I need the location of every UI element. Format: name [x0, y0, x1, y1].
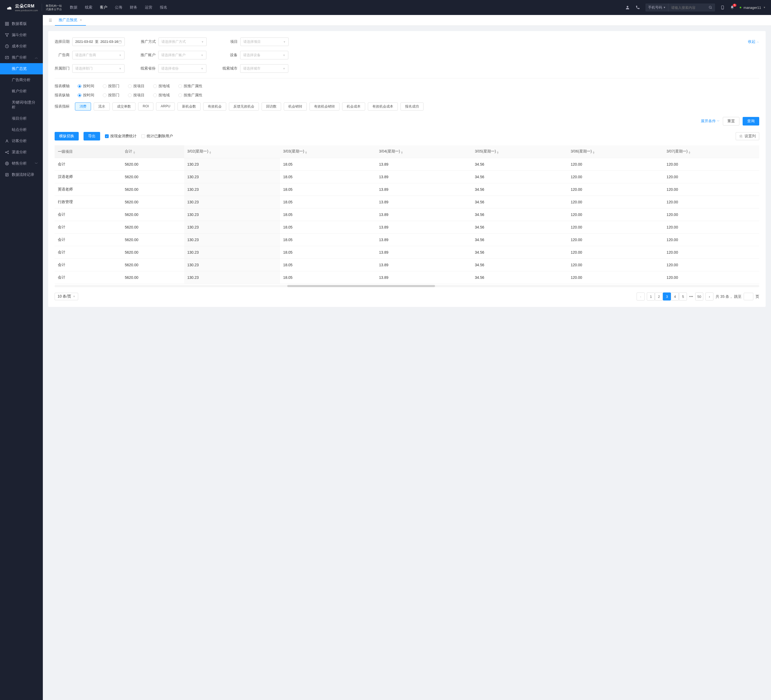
nav-客户[interactable]: 客户 [100, 5, 107, 10]
project-select[interactable]: 请选择项目▼ [241, 37, 289, 46]
page-4[interactable]: 4 [671, 292, 679, 300]
x-radios-按部门[interactable]: 按部门 [103, 84, 119, 89]
sidebar-subitem-账户分析[interactable]: 账户分析 [0, 86, 43, 97]
nav-线索[interactable]: 线索 [85, 5, 92, 10]
nav-数据[interactable]: 数据 [70, 5, 77, 10]
page-1[interactable]: 1 [647, 292, 655, 300]
province-select[interactable]: 请选择省份▼ [158, 64, 207, 73]
page-2[interactable]: 2 [655, 292, 663, 300]
metric-新机会数[interactable]: 新机会数 [177, 102, 200, 110]
sidebar-item-渠道分析[interactable]: 渠道分析 [0, 147, 43, 158]
metric-ROI[interactable]: ROI [138, 102, 153, 110]
horizontal-scrollbar[interactable] [55, 285, 759, 287]
tab-menu-icon[interactable]: ☰ [46, 18, 55, 23]
bell-icon[interactable]: 5 [730, 5, 734, 10]
phone-icon[interactable] [635, 5, 640, 10]
sidebar-item-推广分析[interactable]: 推广分析︿ [0, 52, 43, 63]
metric-有效机会[interactable]: 有效机会 [203, 102, 226, 110]
logo-text: 云朵CRM [15, 3, 38, 9]
sidebar-subitem-站点分析[interactable]: 站点分析 [0, 124, 43, 135]
close-icon[interactable]: ✕ [80, 18, 82, 22]
reset-button[interactable]: 重置 [723, 117, 739, 125]
y-radios-按地域[interactable]: 按地域 [153, 93, 170, 97]
col-header-4[interactable]: 3/04(星期一)▲▼ [376, 145, 472, 158]
col-header-5[interactable]: 3/05(星期一)▲▼ [472, 145, 568, 158]
prev-page-button[interactable]: ‹ [637, 292, 645, 300]
deleted-users-checkbox[interactable]: 统计已删除用户 [142, 134, 173, 139]
notification-badge: 5 [733, 4, 737, 6]
sidebar-item-访客分析[interactable]: 访客分析 [0, 135, 43, 147]
user-icon[interactable] [625, 5, 630, 10]
nav-财务[interactable]: 财务 [130, 5, 137, 10]
col-header-7[interactable]: 3/07(星期一)▲▼ [664, 145, 759, 158]
x-radios-按时间[interactable]: 按时间 [78, 84, 94, 89]
metric-ARPU[interactable]: ARPU [156, 102, 175, 110]
sidebar-subitem-项目分析[interactable]: 项目分析 [0, 113, 43, 124]
cell: 34.56 [472, 196, 568, 208]
page-jump-input[interactable] [744, 293, 753, 300]
page-size-select[interactable]: 10 条/页▼ [55, 293, 78, 300]
page-3[interactable]: 3 [663, 292, 671, 300]
col-header-1[interactable]: 合计▲▼ [122, 145, 184, 158]
export-button[interactable]: 导出 [83, 132, 100, 140]
col-header-2[interactable]: 3/02(星期一)▲▼ [184, 145, 280, 158]
metric-机会成本[interactable]: 机会成本 [342, 102, 365, 110]
metric-有效机会销转[interactable]: 有效机会销转 [309, 102, 340, 110]
advertiser-select[interactable]: 请选择广告商▼ [72, 51, 125, 59]
metric-反馈无效机会[interactable]: 反馈无效机会 [229, 102, 259, 110]
y-radios-按项目[interactable]: 按项目 [128, 93, 145, 97]
switch-axis-button[interactable]: 横纵切换 [55, 132, 79, 140]
method-select[interactable]: 请选择推广方式▼ [158, 37, 207, 46]
x-radios-按地域[interactable]: 按地域 [153, 84, 170, 89]
cell: 130.23 [184, 196, 280, 208]
query-button[interactable]: 查询 [743, 117, 759, 125]
x-radios-按项目[interactable]: 按项目 [128, 84, 145, 89]
page-5[interactable]: 5 [679, 292, 687, 300]
col-header-6[interactable]: 3/06(星期一)▲▼ [568, 145, 664, 158]
sidebar-subitem-推广总览[interactable]: 推广总览 [0, 63, 43, 75]
next-page-button[interactable]: › [705, 292, 713, 300]
y-radios-按时间[interactable]: 按时间 [78, 93, 94, 97]
cash-stats-checkbox[interactable]: 按现金消费统计 [105, 134, 137, 139]
col-header-0[interactable]: 一级项目 [55, 145, 122, 158]
city-select[interactable]: 请选择城市▼ [240, 64, 288, 73]
cell: 130.23 [184, 271, 280, 284]
col-header-3[interactable]: 3/03(星期一)▲▼ [280, 145, 376, 158]
sidebar-subitem-关键词/创意分析[interactable]: 关键词/创意分析 [0, 97, 43, 113]
nav-报名[interactable]: 报名 [160, 5, 168, 10]
device-select[interactable]: 请选择设备▼ [240, 51, 288, 59]
metric-机会销转[interactable]: 机会销转 [284, 102, 307, 110]
metric-回访数[interactable]: 回访数 [262, 102, 281, 110]
sidebar-item-数据看版[interactable]: 数据看版 [0, 18, 43, 29]
nav-运营[interactable]: 运营 [145, 5, 152, 10]
nav-公海[interactable]: 公海 [115, 5, 122, 10]
search-input[interactable] [669, 4, 706, 11]
date-range-input[interactable]: 2021-03-02 至 2021-03-16 [72, 37, 125, 46]
expand-conditions-button[interactable]: 展开条件﹀ [701, 119, 720, 123]
column-settings-button[interactable]: 设置列 [736, 132, 759, 140]
user-menu[interactable]: manager11 ▼ [740, 6, 766, 10]
search-type-select[interactable]: 手机号码 ▼ [646, 3, 669, 11]
logo[interactable]: 云朵CRM www.yunduocrm.com 教育机构一站 式服务云平台 [5, 3, 62, 12]
mobile-icon[interactable] [721, 5, 725, 10]
sidebar-item-销售分析[interactable]: 销售分析﹀ [0, 158, 43, 169]
y-radios-按推广属性[interactable]: 按推广属性 [178, 93, 202, 97]
x-radios-按推广属性[interactable]: 按推广属性 [178, 84, 202, 89]
search-icon[interactable] [706, 4, 715, 11]
metric-报名成功[interactable]: 报名成功 [400, 102, 423, 110]
y-radios-按部门[interactable]: 按部门 [103, 93, 119, 97]
collapse-button[interactable]: 收起︿ [748, 39, 759, 44]
sidebar-item-成本分析[interactable]: 成本分析 [0, 41, 43, 52]
dept-select[interactable]: 请选择部门▼ [72, 64, 125, 73]
metric-有效机会成本[interactable]: 有效机会成本 [368, 102, 398, 110]
sidebar-item-数据流转记录[interactable]: 数据流转记录 [0, 169, 43, 180]
last-page-button[interactable]: 50 [695, 292, 703, 300]
metric-消费[interactable]: 消费 [75, 102, 91, 110]
sidebar-item-漏斗分析[interactable]: 漏斗分析 [0, 29, 43, 41]
account-select[interactable]: 请选择推广账户▼ [158, 51, 207, 59]
sidebar-subitem-广告商分析[interactable]: 广告商分析 [0, 75, 43, 86]
promo-icon [5, 55, 9, 60]
metric-流水[interactable]: 流水 [94, 102, 110, 110]
tab-promotion-overview[interactable]: 推广总预览 ✕ [55, 15, 86, 26]
metric-成交单数[interactable]: 成交单数 [112, 102, 135, 110]
